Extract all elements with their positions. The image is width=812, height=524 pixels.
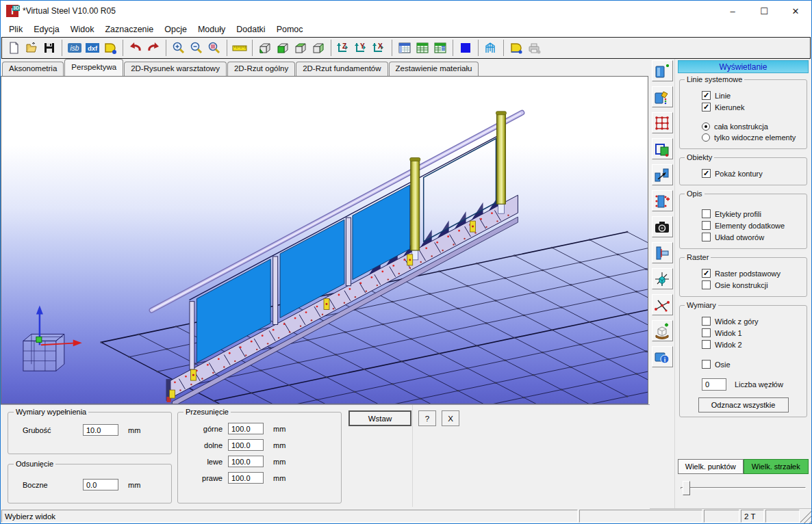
tab-perspektywa[interactable]: Perspektywa [64,59,123,76]
panel-nodes-icon[interactable] [652,190,673,211]
raster-grid-icon[interactable] [652,112,673,133]
isb-import-icon[interactable]: isb [66,39,84,57]
undo-icon[interactable] [127,39,144,57]
checkbox-elementy-dodatkowe[interactable]: Elementy dodatkowe [702,221,802,230]
print-disabled-icon[interactable] [525,39,543,57]
menu-widok[interactable]: Widok [65,23,100,36]
mullion[interactable] [346,218,351,286]
boczne-input[interactable] [83,479,118,490]
side-toolbar: i [650,59,674,508]
radio-tylko-widoczne[interactable]: tylko widoczne elementy [702,133,802,142]
beam-connection-icon[interactable] [652,242,673,263]
frame-structure-icon[interactable] [482,39,500,57]
axis-y-marker [36,337,42,342]
new-document-icon[interactable] [5,39,23,57]
radio-cala-konstrukcja[interactable]: cała konstrukcja [702,122,802,131]
checkbox-etykiety-profili[interactable]: Etykiety profili [702,209,802,218]
menu-zaznaczenie[interactable]: Zaznaczenie [99,23,159,36]
zoom-out-icon[interactable] [188,39,205,57]
tab-2d-rysunek-warsztatowy[interactable]: 2D-Rysunek warsztatowy [124,62,227,76]
zoom-fit-icon[interactable] [205,39,223,57]
camera-icon[interactable] [652,216,673,237]
dolne-input[interactable] [228,439,264,451]
view-cube-2-icon[interactable] [274,39,292,57]
node-cube-icon[interactable] [652,268,673,289]
checkbox-icon [702,360,711,369]
object-add-icon[interactable] [652,320,673,341]
tab-2d-rzut-fundamentow[interactable]: 2D-Rzut fundamentów [296,62,388,76]
viewport-3d[interactable] [1,76,648,404]
resize-grip[interactable] [800,509,811,523]
tab-zestawienie-materialu[interactable]: Zestawienie materiału [389,62,479,76]
liczba-wezlow-input[interactable] [702,378,726,391]
ruler-icon[interactable] [231,39,249,57]
close-panel-button[interactable]: X [442,410,459,426]
measure-axes-icon[interactable] [652,294,673,315]
color-square-icon[interactable] [457,39,474,57]
odznacz-wszystkie-button[interactable]: Odznacz wszystkie [698,397,789,412]
lewe-input[interactable] [228,456,264,467]
wielk-punktow-button[interactable]: Wielk. punktów [678,459,744,474]
tab-aksonometria[interactable]: Aksonometria [2,62,64,76]
checkbox-uklad-otworow[interactable]: Układ otworów [702,233,802,241]
close-button[interactable]: ✕ [780,1,811,21]
checkbox-widok-z-gory[interactable]: Widok z góry [702,317,802,326]
help-button[interactable]: ? [418,410,436,426]
railing-post-2[interactable] [496,112,506,213]
panel-add-icon[interactable] [652,60,673,81]
table-blue-icon[interactable] [396,39,414,57]
wielk-strzalek-button[interactable]: Wielk. strzałek [744,459,809,474]
view-cube-1-icon[interactable] [256,39,274,57]
object-info-icon[interactable]: i [652,346,673,367]
arrow-size-slider[interactable] [681,481,806,496]
view-cube-4-icon[interactable] [309,39,327,57]
checkbox-linie[interactable]: Linie [702,91,802,100]
panel-edit-icon[interactable] [652,86,673,107]
status-message: Wybierz widok [1,510,578,523]
checkbox-widok-1[interactable]: Widok 1 [702,328,802,337]
table-green-icon[interactable] [414,39,431,57]
checkbox-widok-2[interactable]: Widok 2 [702,340,802,349]
menu-pomoc[interactable]: Pomoc [271,23,309,36]
prawe-input[interactable] [228,472,264,484]
checkbox-osie-konstrukcji[interactable]: Osie konstrukcji [702,280,802,289]
render-model-icon[interactable] [507,39,525,57]
open-file-icon[interactable] [23,39,40,57]
checkbox-osie[interactable]: Osie [702,360,802,369]
menu-plik[interactable]: Plik [3,23,28,36]
checkbox-kierunek[interactable]: Kierunek [702,103,802,112]
railing-post-1[interactable] [410,158,420,260]
minimize-button[interactable]: – [717,1,748,21]
rotate-z-icon[interactable]: Z [335,39,353,57]
table-list-icon[interactable] [431,39,449,57]
menu-moduly[interactable]: Moduły [192,23,231,36]
zoom-in-icon[interactable] [170,39,188,57]
menu-edycja[interactable]: Edycja [28,23,65,36]
title-bar[interactable]: I3D *Virtual Steel V10.00 R05 – ☐ ✕ [1,1,811,21]
viewport-3d-scene[interactable] [1,77,648,404]
mullion[interactable] [273,257,278,325]
view-cube-3-icon[interactable] [292,39,309,57]
model-export-icon[interactable] [101,39,119,57]
checkbox-raster-podstawowy[interactable]: Raster podstawowy [702,269,802,278]
svg-text:Z: Z [342,42,346,50]
insert-button[interactable]: Wstaw [348,410,411,426]
slider-handle[interactable] [683,481,690,495]
menu-opcje[interactable]: Opcje [159,23,192,36]
tab-2d-rzut-ogolny[interactable]: 2D-Rzut ogólny [227,62,295,76]
status-cell-2t: 2 T [741,510,764,523]
panel-copy-icon[interactable] [652,138,673,159]
maximize-button[interactable]: ☐ [748,1,780,21]
rotate-y-icon[interactable]: Y [353,39,370,57]
redo-icon[interactable] [144,39,162,57]
checkbox-pokaz-kontury[interactable]: Pokaż kontury [702,169,802,178]
dxf-export-icon[interactable]: dxf [84,39,101,57]
menu-dodatki[interactable]: Dodatki [231,23,270,36]
panel-move-icon[interactable] [652,164,673,185]
gorne-input[interactable] [228,423,264,434]
svg-text:i: i [664,356,666,363]
rotate-x-icon[interactable]: X [370,39,388,57]
grubosc-input[interactable] [83,424,118,436]
save-icon[interactable] [40,39,58,57]
mullion[interactable] [190,302,194,370]
